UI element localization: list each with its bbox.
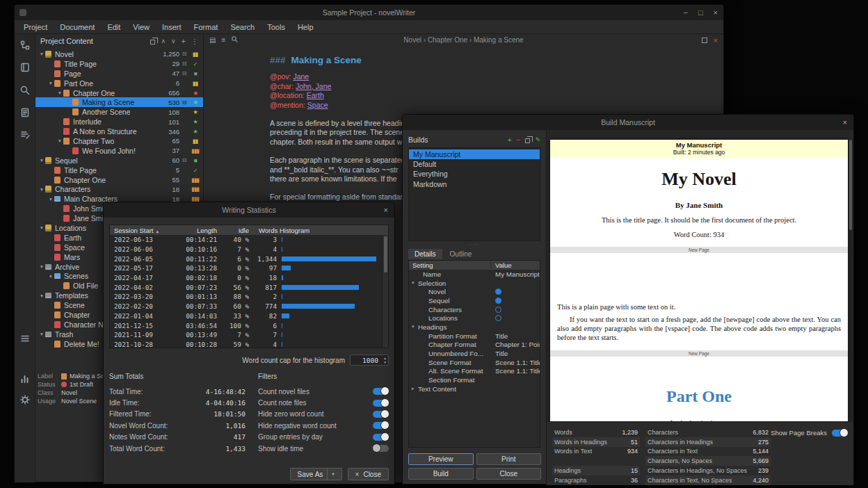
- tab-details[interactable]: Details: [408, 249, 442, 259]
- minimize-icon[interactable]: −: [683, 8, 687, 17]
- build-button[interactable]: Build: [408, 468, 474, 480]
- tag-value-link[interactable]: Earth: [307, 91, 324, 99]
- outline-toggle-icon[interactable]: ≡: [221, 36, 225, 44]
- preview-scrollbar[interactable]: [849, 140, 853, 421]
- setting-row[interactable]: Locations: [409, 314, 540, 323]
- edit-build-icon[interactable]: ✎: [535, 136, 540, 143]
- tree-expand-arrow[interactable]: ▾: [38, 293, 45, 299]
- setting-row[interactable]: Sequel: [409, 296, 540, 305]
- filter-toggle[interactable]: [373, 411, 389, 418]
- preview-scrollbar-thumb[interactable]: [849, 140, 852, 230]
- tree-expand-arrow[interactable]: ▾: [38, 51, 45, 57]
- tree-expand-arrow[interactable]: ▾: [38, 331, 45, 337]
- column-idle[interactable]: Idle: [217, 227, 249, 234]
- setting-row[interactable]: NameMy Manuscript: [409, 270, 540, 279]
- session-row[interactable]: 2022-06-0500:11:226 %1,344: [110, 254, 382, 263]
- show-page-breaks-toggle[interactable]: [832, 430, 848, 437]
- build-list-item[interactable]: Default: [409, 159, 540, 169]
- tree-item[interactable]: Interlude101★: [35, 117, 203, 127]
- preview-button[interactable]: Preview: [408, 453, 474, 465]
- column-words-histogram[interactable]: Words Histogram: [249, 227, 388, 234]
- tree-expand-arrow[interactable]: ▾: [38, 263, 45, 270]
- document-icon[interactable]: [19, 107, 31, 118]
- add-build-icon[interactable]: +: [508, 136, 512, 144]
- print-button[interactable]: Print: [476, 453, 542, 465]
- selection-radio[interactable]: [495, 307, 501, 313]
- remove-build-icon[interactable]: −: [517, 136, 521, 144]
- duplicate-build-icon[interactable]: [525, 138, 530, 143]
- menu-edit[interactable]: Edit: [101, 23, 127, 31]
- setting-row[interactable]: Characters: [409, 305, 540, 314]
- tree-toggle-icon[interactable]: ▤: [209, 36, 216, 44]
- session-row[interactable]: 2022-05-1700:13:280 %97: [110, 263, 382, 273]
- expand-all-icon[interactable]: [150, 40, 155, 44]
- column-session-start[interactable]: Session Start▴: [110, 227, 174, 234]
- tree-item[interactable]: Making a Scene530⊟■: [35, 97, 203, 107]
- filter-toggle[interactable]: [373, 388, 389, 395]
- tree-item[interactable]: ▾Chapter One656■: [35, 88, 203, 98]
- selection-radio[interactable]: [495, 298, 501, 304]
- menu-project[interactable]: Project: [17, 23, 54, 31]
- build-list-item[interactable]: Everything: [409, 169, 540, 179]
- setting-row[interactable]: ▾Headings: [409, 323, 540, 332]
- tree-expand-arrow[interactable]: ▾: [47, 80, 54, 86]
- session-row[interactable]: 2022-06-0600:10:167 %4: [110, 245, 382, 254]
- tree-expand-arrow[interactable]: ▾: [56, 90, 63, 96]
- tag-value-link[interactable]: Space: [307, 101, 328, 109]
- menu-format[interactable]: Format: [188, 23, 225, 31]
- setting-row[interactable]: Alt. Scene FormatScene 1.1: Title: [409, 367, 540, 376]
- editor-search-icon[interactable]: [231, 35, 239, 44]
- build-close-button[interactable]: Close: [476, 468, 542, 480]
- tab-outline[interactable]: Outline: [444, 249, 479, 259]
- setting-row[interactable]: Novel: [409, 287, 540, 296]
- session-row[interactable]: 2022-04-0200:07:2356 %817: [110, 282, 382, 292]
- column-length[interactable]: Length: [174, 227, 217, 234]
- filter-toggle[interactable]: [373, 400, 389, 407]
- tree-expand-arrow[interactable]: ▾: [38, 186, 45, 193]
- tag-value-link[interactable]: Jane: [293, 72, 309, 81]
- save-as-button[interactable]: Save As▾: [290, 468, 342, 480]
- splitter-handle[interactable]: ···: [408, 241, 540, 247]
- search-icon[interactable]: [19, 85, 31, 96]
- word-cap-spinner[interactable]: 1000 ▴▾: [350, 355, 389, 366]
- setting-row[interactable]: Partition FormatTitle: [409, 332, 540, 341]
- stats-close-button[interactable]: ×Close: [348, 468, 389, 480]
- build-close-icon[interactable]: ×: [843, 115, 847, 130]
- menu-insert[interactable]: Insert: [156, 23, 188, 31]
- expand-arrow-icon[interactable]: ▸: [412, 386, 418, 391]
- tag-value-link[interactable]: John, Jane: [296, 82, 331, 90]
- tree-expand-arrow[interactable]: ▾: [38, 225, 45, 231]
- menu-help[interactable]: Help: [291, 23, 320, 31]
- writing-stats-icon[interactable]: [19, 373, 31, 384]
- setting-row[interactable]: Chapter FormatChapter 1: Point ...: [409, 341, 540, 350]
- build-list-item[interactable]: Markdown: [409, 179, 540, 189]
- build-list-item[interactable]: My Manuscript: [409, 149, 540, 159]
- add-item-icon[interactable]: +: [182, 37, 186, 45]
- tree-item[interactable]: Chapter One55▮▮▮: [35, 175, 203, 185]
- project-content-icon[interactable]: [19, 40, 31, 51]
- tree-expand-arrow[interactable]: ▾: [38, 157, 45, 163]
- panel-menu-icon[interactable]: ⋮: [191, 38, 198, 45]
- tree-item[interactable]: We Found John!37▮▮▮: [35, 146, 203, 156]
- setting-row[interactable]: Scene FormatScene 1.1: Title: [409, 358, 540, 367]
- session-row[interactable]: 2022-03-2000:01:1388 %2: [110, 292, 382, 302]
- focus-mode-icon[interactable]: [702, 38, 707, 43]
- menu-document[interactable]: Document: [54, 23, 101, 31]
- tree-expand-arrow[interactable]: ▾: [47, 196, 54, 202]
- selection-radio[interactable]: [495, 288, 501, 295]
- outline-icon[interactable]: [19, 129, 31, 140]
- menu-view[interactable]: View: [127, 23, 156, 31]
- build-titlebar[interactable]: Build Manuscript ×: [403, 115, 853, 130]
- spin-down-icon[interactable]: ▾: [384, 360, 386, 364]
- setting-row[interactable]: ▾Selection: [409, 279, 540, 288]
- expand-arrow-icon[interactable]: ▾: [412, 324, 418, 330]
- tree-item[interactable]: Another Scene108★: [35, 107, 203, 117]
- session-row[interactable]: 2021-10-2800:10:2859 %4: [110, 340, 382, 348]
- menu-tools[interactable]: Tools: [261, 23, 291, 31]
- tree-item[interactable]: A Note on Structure346★: [35, 127, 203, 136]
- tree-item[interactable]: ▾Characters18▮▮▮: [35, 184, 203, 194]
- tree-item[interactable]: ▾Sequel60⊟■: [35, 156, 203, 165]
- manuscript-preview[interactable]: My Manuscript Built: 2 minutes ago My No…: [550, 140, 848, 421]
- setting-row[interactable]: Unnumbered Fo...Title: [409, 349, 540, 358]
- scrollbar-thumb[interactable]: [384, 236, 387, 273]
